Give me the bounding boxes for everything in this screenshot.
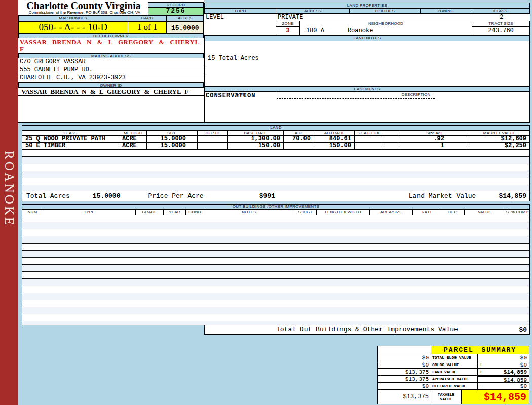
row-label: TOTAL BLDG VALUE — [431, 354, 478, 361]
cell-market-value: $12,609 — [469, 136, 530, 143]
col-grade: GRADE — [136, 209, 164, 215]
cell-adj-rate: 150.00 — [314, 143, 355, 150]
cell-depth — [198, 143, 228, 150]
prior-value: $13,375 — [378, 369, 431, 375]
cell-market-value: $2,250 — [469, 143, 530, 150]
address-line: 555 GARNETT PUMP RD. — [18, 66, 204, 74]
row-value-cell: $0 — [478, 354, 529, 361]
empty-land-rows — [22, 150, 530, 191]
prior-value: $0 — [378, 354, 431, 361]
out-buildings-total-value: $0 — [519, 326, 527, 334]
col-class: CLASS — [22, 130, 119, 136]
col-size: SIZE — [147, 130, 198, 136]
neighborhood-name: Roanoke — [324, 27, 373, 35]
out-buildings-header-row: NUM TYPE GRADE YEAR COND NOTES STHGT LEN… — [22, 209, 530, 215]
summary-row-deferred: $0 DEFERRED VALUE − $0 — [378, 383, 529, 390]
land-notes-text: 15 Total Acres — [205, 40, 529, 62]
land-table-header-row: CLASS METHOD SIZE DEPTH BASE RATE ADJ AD… — [22, 130, 530, 136]
current-value: $0 — [520, 355, 527, 361]
col-sz-adj-tbl: SZ ADJ TBL — [355, 130, 384, 136]
row-label: OBLDG VALUE — [431, 361, 478, 368]
class-value: 2 — [471, 14, 530, 21]
col-s: S — [505, 209, 510, 215]
cell-depth — [198, 136, 228, 143]
cell-class: 50 E TIMBER — [22, 143, 119, 150]
col-market-value: MARKET VALUE — [469, 130, 530, 136]
taxable-prior-value: $13,375 — [378, 390, 431, 404]
land-properties-value-row: LEVEL PRIVATE 2 — [204, 14, 530, 21]
record-value: 7256 — [148, 8, 204, 15]
col-spacer — [384, 130, 399, 136]
address-line: C/O GREGORY VASSAR — [18, 58, 204, 66]
out-buildings-table: OUT BUILDINGS /OTHER IMPROVEMENTS NUM TY… — [22, 204, 530, 325]
land-properties-header-row: TOPO ACCESS UTILITIES ZONING CLASS — [204, 8, 530, 14]
prior-value: $0 — [378, 383, 431, 389]
land-market-value-label: Land Market Value — [409, 192, 476, 200]
land-properties-panel: LAND PROPERTIES TOPO ACCESS UTILITIES ZO… — [204, 3, 530, 35]
col-base-rate: BASE RATE — [228, 130, 284, 136]
owner-id-value: VASSAR BRENDA N & L GREGORY & CHERYL F — [18, 88, 204, 96]
col-num: NUM — [22, 209, 43, 215]
col-adj-rate: ADJ RATE — [314, 130, 355, 136]
page-title: Charlotte County Virginia — [18, 0, 149, 11]
empty-out-building-rows — [22, 215, 530, 325]
cell-adj: 70.00 — [284, 136, 314, 143]
col-pct-comp: % COMP — [510, 209, 530, 215]
current-value: $14,859 — [504, 369, 527, 375]
acres-label: ACRES — [167, 15, 204, 21]
summary-row-total-bldg: $0 TOTAL BLDG VALUE $0 — [378, 354, 529, 361]
mailing-address-label: MAILING ADDRESS — [18, 53, 204, 58]
row-value-cell: + $0 — [478, 361, 529, 368]
acres-value: 15.0000 — [167, 21, 204, 33]
cell-sz-adj-tbl — [355, 136, 384, 143]
col-size-adj: Size Adj — [399, 130, 469, 136]
col-notes: NOTES — [204, 209, 294, 215]
col-sthgt: STHGT — [294, 209, 317, 215]
tract-size-label: TRACT SIZE — [472, 21, 529, 27]
row-label: LAND VALUE — [431, 369, 478, 375]
record-box: RECORD 7256 — [148, 2, 204, 15]
cell-sz-adj-tbl — [355, 143, 384, 150]
row-label: APPRAISED VALUE — [431, 376, 478, 382]
tract-size-column: TRACT SIZE 243.760 — [472, 21, 529, 35]
taxable-label-line2: VALUE — [431, 397, 461, 401]
commissioner-subtitle: Commissioner of the Revenue, PO Box 308,… — [18, 11, 151, 15]
price-per-acre-value: $991 — [259, 192, 275, 200]
cell-size: 15.0000 — [147, 143, 198, 150]
deeded-owner-value: VASSAR BRENDA N & L GREGORY & CHERYL F — [18, 38, 204, 53]
card-value: 1 of 1 — [128, 21, 167, 33]
taxable-label: TAXABLE VALUE — [431, 390, 462, 404]
taxable-value: $14,859 — [462, 390, 529, 404]
title-area: Charlotte County Virginia Commissioner o… — [18, 0, 204, 15]
neighborhood-label: NEIGHBORHOOD — [300, 21, 472, 27]
map-value-row: 050- - A- - - 10-D 1 of 1 15.0000 — [18, 21, 204, 33]
out-buildings-total-label: Total Out Buildings & Other Improvements… — [276, 326, 458, 333]
map-number-value: 050- - A- - - 10-D — [18, 21, 128, 33]
cell-method: ACRE — [119, 136, 147, 143]
zoning-value — [421, 14, 471, 21]
access-label: ACCESS — [276, 8, 350, 14]
taxable-label-line1: TAXABLE — [431, 392, 461, 397]
neighborhood-value: 180 A Roanoke — [300, 27, 472, 35]
utilities-label: UTILITIES — [350, 8, 421, 14]
utilities-value — [350, 14, 421, 21]
land-notes-panel: LAND NOTES 15 Total Acres — [204, 35, 530, 86]
class-label: CLASS — [471, 8, 530, 14]
cell-size: 15.0000 — [147, 136, 198, 143]
land-table-title: LAND — [22, 125, 530, 130]
land-properties-title: LAND PROPERTIES — [204, 3, 530, 8]
cell-class: 25 Q WOOD PRIVATE PATH — [22, 136, 119, 143]
zone-value: 3 — [276, 27, 299, 35]
map-number-label: MAP NUMBER — [18, 15, 128, 21]
cell-size-adj: 1 — [399, 143, 469, 150]
easements-panel: EASEMENTS TYPE CONSERVATION DESCRIPTION — [204, 86, 530, 123]
cell-adj-rate: 840.61 — [314, 136, 355, 143]
land-market-value: $14,859 — [499, 192, 526, 200]
easement-description-label: DESCRIPTION — [386, 92, 446, 97]
land-row: 50 E TIMBER ACRE 15.0000 150.00 150.00 1… — [22, 143, 530, 150]
total-acres-value: 15.0000 — [93, 192, 121, 200]
summary-row-appraised: $13,375 APPRAISED VALUE $14,859 — [378, 376, 529, 383]
owner-info-panel: Charlotte County Virginia Commissioner o… — [18, 0, 204, 123]
cell-base-rate: 1,300.00 — [228, 136, 284, 143]
map-header-row: MAP NUMBER CARD ACRES — [18, 15, 204, 21]
